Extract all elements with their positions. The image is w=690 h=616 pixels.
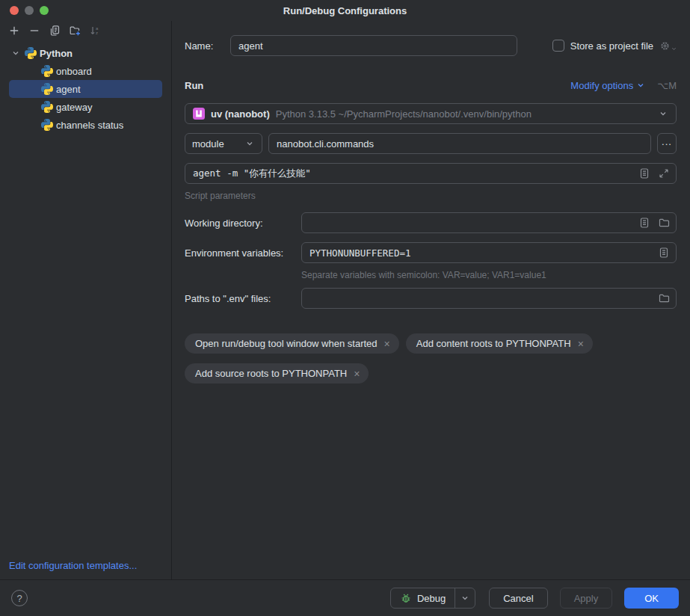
chevron-down-icon xyxy=(244,138,255,149)
svg-text:z: z xyxy=(96,31,98,35)
interpreter-path: Python 3.13.5 ~/PycharmProjects/nanobot/… xyxy=(276,108,532,120)
configurations-sidebar: a z Python xyxy=(0,21,172,579)
module-name-input[interactable] xyxy=(268,133,651,154)
python-icon xyxy=(41,119,53,131)
python-icon xyxy=(25,47,37,59)
help-button[interactable]: ? xyxy=(11,590,28,606)
chip-label: Add content roots to PYTHONPATH xyxy=(416,338,571,349)
debug-button[interactable]: Debug xyxy=(391,588,455,608)
script-parameters-hint: Script parameters xyxy=(185,191,677,201)
close-window-button[interactable] xyxy=(10,6,19,15)
store-as-project-file-label: Store as project file xyxy=(570,40,653,52)
sort-configurations-button[interactable]: a z xyxy=(86,22,104,39)
sidebar-toolbar: a z xyxy=(0,21,171,40)
tree-item-channels-status[interactable]: channels status xyxy=(0,116,171,134)
script-parameters-row xyxy=(185,163,677,184)
close-icon[interactable]: × xyxy=(384,339,390,349)
zoom-window-button[interactable] xyxy=(40,6,49,15)
store-settings-gear-icon[interactable] xyxy=(659,40,677,52)
env-files-row: Paths to ".env" files: xyxy=(185,288,677,309)
chip-add-content-roots[interactable]: Add content roots to PYTHONPATH × xyxy=(406,333,593,354)
interpreter-name: uv (nanobot) xyxy=(211,108,270,120)
chip-label: Open run/debug tool window when started xyxy=(195,338,378,349)
python-icon xyxy=(41,65,53,77)
dialog-title: Run/Debug Configurations xyxy=(283,5,407,16)
edit-variables-icon[interactable] xyxy=(658,247,670,259)
python-icon xyxy=(41,101,53,113)
tree-item-agent[interactable]: agent xyxy=(0,80,171,98)
target-mode-value: module xyxy=(192,138,224,150)
copy-configuration-button[interactable] xyxy=(46,22,64,39)
footer-buttons: Debug Cancel Apply OK xyxy=(390,588,679,609)
modify-options-link[interactable]: Modify options xyxy=(570,80,645,91)
env-files-icons xyxy=(658,288,670,309)
browse-folder-icon[interactable] xyxy=(658,217,670,229)
chevron-down-icon xyxy=(636,81,645,90)
expand-field-icon[interactable] xyxy=(658,167,670,179)
working-directory-row: Working directory: xyxy=(185,212,677,233)
chevron-down-icon xyxy=(658,108,668,119)
environment-variables-icons xyxy=(658,242,670,263)
script-parameters-input[interactable] xyxy=(185,163,677,184)
chip-open-run-debug-tool-window[interactable]: Open run/debug tool window when started … xyxy=(185,333,399,354)
run-debug-configurations-dialog: Run/Debug Configurations xyxy=(0,0,690,616)
target-row: module ... xyxy=(185,133,677,154)
debug-button-label: Debug xyxy=(417,593,446,604)
close-icon[interactable]: × xyxy=(578,339,584,349)
environment-variables-row: Environment variables: xyxy=(185,242,677,263)
env-files-label: Paths to ".env" files: xyxy=(185,293,301,304)
ok-button[interactable]: OK xyxy=(624,588,679,609)
new-folder-button[interactable] xyxy=(66,22,84,39)
modify-options-shortcut: ⌥M xyxy=(657,80,677,91)
name-row: Name: Store as project file xyxy=(185,35,677,56)
run-section-title: Run xyxy=(185,80,203,91)
chip-add-source-roots[interactable]: Add source roots to PYTHONPATH × xyxy=(185,363,369,384)
tree-item-label: agent xyxy=(56,84,81,95)
store-as-project-file-checkbox[interactable] xyxy=(552,40,564,52)
insert-macros-icon[interactable] xyxy=(638,167,650,179)
debug-options-dropdown[interactable] xyxy=(455,588,475,608)
interpreter-select[interactable]: uv (nanobot) Python 3.13.5 ~/PycharmProj… xyxy=(185,103,677,124)
uv-icon xyxy=(193,108,205,120)
env-files-input[interactable] xyxy=(301,288,677,309)
working-directory-label: Working directory: xyxy=(185,218,301,229)
script-parameters-icons xyxy=(638,163,670,184)
edit-configuration-templates-link[interactable]: Edit configuration templates... xyxy=(9,560,137,571)
insert-macros-icon[interactable] xyxy=(638,217,650,229)
browse-folder-icon[interactable] xyxy=(658,292,670,304)
chip-label: Add source roots to PYTHONPATH xyxy=(195,368,347,379)
title-bar: Run/Debug Configurations xyxy=(0,0,690,21)
run-section-header: Run Modify options ⌥M xyxy=(185,77,677,93)
working-directory-icons xyxy=(638,212,670,233)
name-input[interactable] xyxy=(230,35,517,56)
configurations-tree: Python onboard xyxy=(0,40,171,134)
cancel-button[interactable]: Cancel xyxy=(489,588,547,609)
apply-button: Apply xyxy=(560,588,613,609)
store-as-project-file-group: Store as project file xyxy=(552,40,677,52)
tree-item-gateway[interactable]: gateway xyxy=(0,98,171,116)
environment-variables-hint: Separate variables with semicolon: VAR=v… xyxy=(301,270,677,280)
configuration-form: Name: Store as project file Run Modify o… xyxy=(173,21,690,579)
name-label: Name: xyxy=(185,40,230,52)
tree-item-label: gateway xyxy=(56,102,92,113)
bug-icon xyxy=(400,592,412,604)
python-icon xyxy=(41,83,53,95)
tree-item-label: channels status xyxy=(56,120,123,131)
chevron-down-icon[interactable] xyxy=(11,49,20,58)
close-icon[interactable]: × xyxy=(354,369,360,379)
target-mode-select[interactable]: module xyxy=(185,133,262,154)
debug-split-button[interactable]: Debug xyxy=(390,588,475,609)
tree-group-python[interactable]: Python xyxy=(0,44,171,62)
dialog-footer: ? Debug Cancel Apply OK xyxy=(0,579,690,616)
help-glyph: ? xyxy=(16,593,22,604)
add-configuration-button[interactable] xyxy=(5,22,23,39)
minimize-window-button xyxy=(25,6,34,15)
working-directory-input[interactable] xyxy=(301,212,677,233)
tree-group-label: Python xyxy=(40,48,73,59)
svg-text:a: a xyxy=(96,26,99,31)
browse-module-button[interactable]: ... xyxy=(657,133,677,154)
remove-configuration-button[interactable] xyxy=(25,22,43,39)
tree-item-onboard[interactable]: onboard xyxy=(0,62,171,80)
tree-item-label: onboard xyxy=(56,66,92,77)
environment-variables-input[interactable] xyxy=(301,242,677,263)
